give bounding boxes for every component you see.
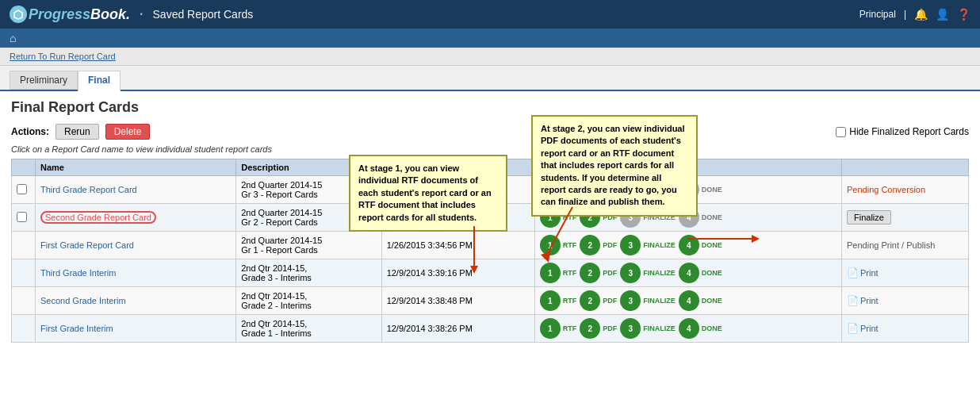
tabs-bar: Preliminary Final — [0, 66, 980, 91]
step-circle[interactable]: 1 — [540, 318, 561, 339]
step-label: FINALIZE — [643, 241, 676, 249]
help-icon[interactable]: ❓ — [957, 8, 970, 21]
step-group[interactable]: 3FINALIZE — [620, 290, 676, 311]
step-circle[interactable]: 4 — [679, 318, 699, 339]
row-status: 📄Print — [842, 259, 969, 287]
step-label: DONE — [702, 213, 722, 221]
row-process: 1RTF2PDF3FINALIZE4DONE — [534, 287, 841, 315]
finalize-button[interactable]: Finalize — [847, 210, 891, 225]
step-circle[interactable]: 3 — [620, 235, 641, 255]
app-header: ProgressBook. · Saved Report Cards Princ… — [0, 0, 980, 29]
step-circle[interactable]: 2 — [580, 318, 600, 339]
step-label: DONE — [702, 269, 722, 277]
home-icon[interactable]: ⌂ — [10, 32, 16, 44]
step-group[interactable]: 3FINALIZE — [620, 318, 676, 339]
row-description: 2nd Qtr 2014-15, Grade 1 - Interims — [236, 315, 381, 343]
step-circle[interactable]: 3 — [620, 263, 641, 283]
col-name: Name — [36, 159, 236, 176]
tab-preliminary[interactable]: Preliminary — [10, 71, 78, 90]
step-group[interactable]: 3FINALIZE — [620, 263, 676, 283]
row-checkbox-cell — [12, 287, 36, 315]
step-circle[interactable]: 3 — [620, 290, 641, 311]
header-title: Saved Report Cards — [153, 8, 254, 21]
logo-progress: Progress — [29, 6, 90, 22]
row-description: 2nd Qtr 2014-15, Grade 2 - Interims — [236, 287, 381, 315]
step-circle[interactable]: 2 — [580, 290, 600, 311]
return-link[interactable]: Return To Run Report Card — [10, 52, 116, 61]
tab-final[interactable]: Final — [78, 71, 121, 91]
step-group[interactable]: 4DONE — [679, 318, 722, 339]
row-name-link[interactable]: First Grade Report Card — [40, 240, 134, 250]
row-name-cell: First Grade Interim — [36, 315, 236, 343]
row-name-link[interactable]: Third Grade Interim — [40, 268, 116, 278]
row-name-link[interactable]: Third Grade Report Card — [40, 185, 137, 194]
logo-book: Book. — [90, 6, 130, 22]
row-description: 2nd Quarter 2014-15 Gr 1 - Report Cards — [236, 232, 381, 259]
print-link[interactable]: Print — [860, 324, 879, 333]
pdf-icon: 📄 — [847, 295, 859, 306]
row-checkbox[interactable] — [17, 212, 27, 222]
step-group[interactable]: 1RTF — [540, 318, 577, 339]
row-name-cell: Second Grade Report Card — [36, 204, 236, 232]
step-group[interactable]: 2PDF — [580, 318, 617, 339]
row-status: Pending Conversion — [842, 176, 969, 204]
app-logo: ProgressBook. · Saved Report Cards — [10, 6, 253, 23]
actions-label: Actions: — [11, 126, 49, 137]
status-pending: Pending Conversion — [847, 185, 925, 194]
step-group[interactable]: 1RTF — [540, 290, 577, 311]
print-link[interactable]: Print — [860, 268, 879, 278]
step-label: DONE — [702, 297, 722, 305]
row-checkbox-cell — [12, 204, 36, 232]
bell-icon[interactable]: 🔔 — [914, 8, 928, 21]
row-name-cell: Third Grade Report Card — [36, 176, 236, 204]
rerun-button[interactable]: Rerun — [56, 124, 99, 140]
table-row: Second Grade Interim2nd Qtr 2014-15, Gra… — [12, 287, 969, 315]
principal-label: Principal — [859, 9, 896, 20]
step-label: RTF — [563, 324, 577, 332]
col-status — [842, 159, 969, 176]
tooltip-stage1: At stage 1, you can view individual RTF … — [349, 155, 507, 232]
row-name-cell: First Grade Report Card — [36, 232, 236, 259]
row-status: Finalize — [842, 204, 969, 232]
step-circle[interactable]: 4 — [679, 290, 699, 311]
step-group[interactable]: 2PDF — [580, 290, 617, 311]
row-name-link[interactable]: First Grade Interim — [40, 324, 113, 333]
row-run-date: 1/26/2015 3:34:56 PM — [381, 232, 534, 259]
table-row: First Grade Interim2nd Qtr 2014-15, Grad… — [12, 315, 969, 343]
tooltip-stage2: At stage 2, you can view individual PDF … — [531, 115, 698, 217]
step-circle[interactable]: 4 — [679, 263, 699, 283]
row-checkbox[interactable] — [17, 184, 27, 194]
svg-marker-1 — [470, 266, 478, 274]
step-circle[interactable]: 1 — [540, 290, 561, 311]
hide-finalized-checkbox[interactable] — [836, 127, 846, 137]
row-status: 📄Print — [842, 287, 969, 315]
step-group[interactable]: 4DONE — [679, 263, 722, 283]
svg-marker-5 — [752, 235, 760, 243]
step-group[interactable]: 3FINALIZE — [620, 235, 676, 255]
user-icon[interactable]: 👤 — [936, 8, 949, 21]
table-row: First Grade Report Card2nd Quarter 2014-… — [12, 232, 969, 259]
delete-button[interactable]: Delete — [105, 124, 151, 140]
row-checkbox-cell — [12, 315, 36, 343]
row-name-cell: Second Grade Interim — [36, 287, 236, 315]
table-row: Third Grade Interim2nd Qtr 2014-15, Grad… — [12, 259, 969, 287]
row-status: Pending Print / Publish — [842, 232, 969, 259]
step-label: FINALIZE — [643, 324, 676, 332]
row-name-link[interactable]: Second Grade Interim — [40, 296, 126, 305]
row-run-date: 12/9/2014 3:38:26 PM — [381, 315, 534, 343]
step-label: FINALIZE — [643, 297, 676, 305]
row-checkbox-cell — [12, 259, 36, 287]
row-checkbox-cell — [12, 232, 36, 259]
breadcrumb: Return To Run Report Card — [0, 48, 980, 66]
step-group[interactable]: 4DONE — [679, 290, 722, 311]
print-link[interactable]: Print — [860, 296, 879, 305]
step-label: FINALIZE — [643, 269, 676, 277]
row-run-date: 12/9/2014 3:39:16 PM — [381, 259, 534, 287]
col-checkbox — [12, 159, 36, 176]
status-publish: Pending Print / Publish — [847, 240, 935, 250]
row-description: 2nd Qtr 2014-15, Grade 3 - Interims — [236, 259, 381, 287]
page-title: Final Report Cards — [11, 99, 969, 116]
row-status: 📄Print — [842, 315, 969, 343]
row-name-link[interactable]: Second Grade Report Card — [40, 211, 156, 224]
step-circle[interactable]: 3 — [620, 318, 641, 339]
